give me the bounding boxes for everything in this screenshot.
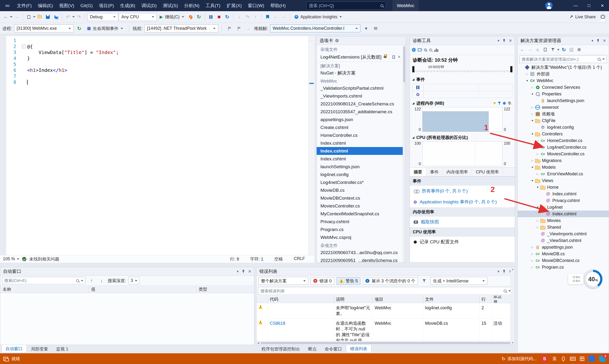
tab-list-item[interactable]: 20221011035547_addtablename.cs × bbox=[317, 108, 403, 116]
expander-icon[interactable] bbox=[530, 159, 535, 162]
tree-item[interactable]: 解决方案"WebMvc"(1 个项目/共 1 个) bbox=[518, 64, 609, 71]
record-cpu-row[interactable]: 记录 CPU 配置文件 bbox=[410, 236, 515, 247]
menu-item[interactable]: 扩展(X) bbox=[224, 0, 245, 11]
tab-list-item[interactable]: HomeController.cs × bbox=[317, 131, 403, 139]
home-icon[interactable] bbox=[534, 46, 541, 53]
tab-list-item[interactable]: launchSettings.json × bbox=[317, 163, 403, 170]
export-icon[interactable] bbox=[418, 48, 422, 52]
line-indicator[interactable]: 行: 8 bbox=[230, 256, 239, 262]
process-select[interactable]: [31300] WebMvc.exe bbox=[14, 25, 74, 32]
toolbar-overflow-icon[interactable] bbox=[362, 24, 370, 33]
take-snapshot-link[interactable]: 截取快照 bbox=[421, 219, 439, 225]
all-events-row[interactable]: 所有事件(0 个, 共 0 个) bbox=[410, 186, 515, 196]
code-line[interactable]: 5 bbox=[6, 61, 308, 67]
scrollbar-thumb[interactable] bbox=[261, 342, 511, 344]
forward-icon[interactable] bbox=[527, 46, 533, 53]
fold-margin[interactable] bbox=[20, 55, 27, 61]
fold-margin[interactable] bbox=[20, 79, 27, 85]
thread-select[interactable]: [14492] .NET ThreadPool Work bbox=[144, 25, 218, 32]
stop-debugging-icon[interactable] bbox=[215, 13, 223, 21]
filter-dropdown-icon[interactable] bbox=[557, 49, 559, 51]
settings-gear-icon[interactable] bbox=[412, 48, 415, 52]
fold-margin[interactable] bbox=[20, 61, 27, 67]
switch-views-icon[interactable] bbox=[542, 46, 549, 53]
expander-icon[interactable] bbox=[530, 166, 535, 169]
menu-item[interactable]: 编辑(E) bbox=[35, 0, 56, 11]
search-depth-select[interactable]: 3 bbox=[129, 277, 139, 284]
lifecycle-events-dropdown[interactable]: 生命周期事件 bbox=[85, 24, 125, 33]
code-line[interactable]: 8 bbox=[6, 79, 308, 85]
tree-item[interactable]: MovieDB.cs bbox=[518, 250, 609, 257]
expander-icon[interactable] bbox=[535, 219, 540, 222]
memory-chart[interactable]: 1220 1220 bbox=[412, 107, 512, 132]
navigate-forward-icon[interactable] bbox=[13, 13, 20, 21]
app-insights-events-link[interactable]: Application Insights 事件(0 个, 共 0 个) bbox=[420, 199, 497, 205]
pin-icon[interactable] bbox=[503, 39, 505, 42]
cpu-chart[interactable]: 1000 1000 bbox=[412, 141, 512, 166]
toolbar-options-icon[interactable] bbox=[372, 24, 379, 33]
error-row[interactable]: CS8618 在退出构造函数时，不可为 null 的 属性"Title"必须包含… bbox=[257, 319, 510, 341]
window-options-icon[interactable] bbox=[498, 269, 500, 273]
save-icon[interactable] bbox=[44, 13, 52, 21]
debug-configuration-select[interactable]: Debug bbox=[87, 13, 118, 21]
expander-icon[interactable] bbox=[530, 92, 535, 95]
tool-window-tab[interactable]: 局部变量 bbox=[27, 345, 52, 353]
notification-icon[interactable]: 2 bbox=[599, 355, 606, 362]
pin-icon[interactable] bbox=[597, 39, 599, 42]
tree-item[interactable]: Program.cs bbox=[518, 264, 609, 271]
menu-item[interactable]: 项目(P) bbox=[96, 0, 117, 11]
tab-list-item[interactable]: [解决方案] × bbox=[317, 62, 403, 69]
tab-list-item[interactable]: log4net.config × bbox=[317, 170, 403, 178]
breakpoint-margin[interactable] bbox=[0, 36, 6, 255]
navigate-dropdown-icon[interactable] bbox=[10, 16, 12, 18]
tree-item[interactable]: Privacy.cshtml bbox=[518, 197, 609, 204]
search-options-icon[interactable] bbox=[602, 59, 605, 60]
menu-item[interactable]: 文件(F) bbox=[14, 0, 35, 11]
tab-list-item[interactable]: Privacy.cshtml × bbox=[317, 218, 403, 225]
expander-icon[interactable] bbox=[530, 252, 535, 256]
keyboard-icon[interactable] bbox=[570, 357, 576, 361]
scroll-up-icon[interactable]: ▲ bbox=[512, 268, 514, 271]
session-timeline[interactable]: 10:50分钟 bbox=[412, 64, 512, 75]
timeline-left-handle[interactable] bbox=[412, 66, 415, 72]
autos-search[interactable]: 搜索(Ctrl+E) bbox=[2, 277, 85, 284]
code-line[interactable]: 1 bbox=[6, 38, 308, 43]
pin-icon[interactable] bbox=[503, 270, 505, 273]
expander-icon[interactable] bbox=[535, 172, 540, 176]
expander-icon[interactable] bbox=[535, 206, 540, 209]
code-line[interactable]: 3 ViewData["Title"] = "Index"; bbox=[6, 50, 308, 55]
step-out-icon[interactable] bbox=[252, 13, 259, 21]
diagnostics-tab[interactable]: 摘要 bbox=[410, 168, 426, 176]
network-speed-badge[interactable]: ↑0 K/s ↓0 K/s bbox=[568, 273, 584, 285]
column-header[interactable]: 文件 bbox=[423, 296, 479, 303]
error-search[interactable]: 搜索错误列表 bbox=[258, 287, 513, 295]
tool-window-tab[interactable]: 断点 bbox=[304, 345, 320, 353]
tab-list-item[interactable]: Index.cshtml × bbox=[317, 155, 403, 163]
column-header[interactable]: 类型 bbox=[196, 286, 254, 293]
fold-margin[interactable] bbox=[20, 38, 27, 43]
close-tab-icon[interactable]: × bbox=[398, 54, 400, 59]
zoom-out-icon[interactable] bbox=[429, 49, 432, 52]
tool-window-tab[interactable]: 错误列表 bbox=[346, 345, 371, 353]
multi-filter-icon[interactable] bbox=[420, 277, 428, 285]
expander-icon[interactable] bbox=[525, 79, 530, 82]
char-indicator[interactable]: 字符: 1 bbox=[250, 256, 263, 262]
events-section-header[interactable]: 事件 bbox=[410, 75, 515, 83]
tool-window-tab[interactable]: 程序包管理器控制台 bbox=[258, 345, 304, 353]
tree-item[interactable]: HomeController.cs bbox=[518, 137, 609, 144]
diagnostics-tab[interactable]: 事件 bbox=[426, 168, 443, 176]
refresh-icon[interactable] bbox=[560, 46, 567, 53]
column-header[interactable]: 代码 bbox=[268, 296, 334, 303]
all-events-link[interactable]: 所有事件(0 个, 共 0 个) bbox=[422, 188, 468, 194]
split-grip-icon[interactable] bbox=[309, 36, 314, 41]
app-insights-events-lane[interactable] bbox=[423, 91, 512, 98]
menu-item[interactable]: 测试(S) bbox=[160, 0, 181, 11]
snapshot-row[interactable]: 截取快照 bbox=[410, 217, 515, 227]
add-to-source-control-button[interactable]: 添加到源代码... bbox=[502, 356, 537, 362]
tab-list-item[interactable]: NuGet - 解决方案 × bbox=[317, 69, 403, 77]
tree-item[interactable]: Models bbox=[518, 164, 609, 170]
redo-icon[interactable] bbox=[75, 13, 83, 21]
column-header[interactable] bbox=[257, 296, 268, 303]
close-panel-icon[interactable] bbox=[509, 38, 512, 44]
step-into-icon[interactable] bbox=[235, 13, 243, 21]
